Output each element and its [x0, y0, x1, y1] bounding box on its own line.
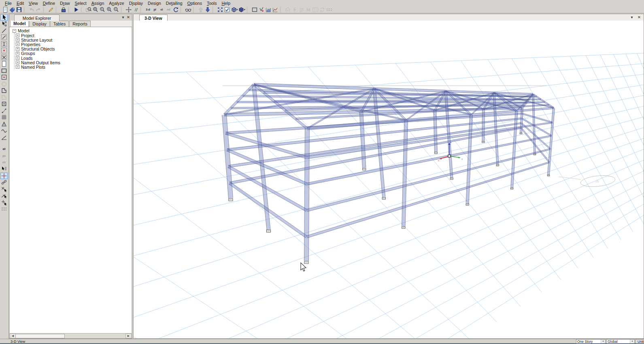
elevation-view-button[interactable]: el — [158, 6, 165, 13]
tree-node-loads[interactable]: +Loads — [16, 56, 33, 61]
model-3d-canvas[interactable]: xyz — [134, 21, 644, 338]
menu-display[interactable]: Display — [127, 0, 145, 6]
show-input-tables-button[interactable] — [265, 6, 272, 13]
tree-node-named-plots[interactable]: +Named Plots — [16, 65, 45, 70]
set-display-options-button[interactable] — [223, 6, 230, 13]
tab-3d-view[interactable]: 3-D View — [139, 15, 168, 21]
zoom-out-button[interactable] — [113, 6, 119, 13]
draw-rectangular-floor-button[interactable] — [0, 68, 8, 74]
view-list-icon[interactable]: ▾ — [629, 15, 635, 19]
collapse-icon[interactable]: − — [13, 29, 16, 33]
explorer-tab-tables[interactable]: Tables — [50, 21, 69, 27]
menu-detailing[interactable]: Detailing — [164, 0, 185, 6]
detailing-views-button[interactable] — [312, 6, 319, 13]
refresh-window-button[interactable] — [47, 6, 54, 13]
open-model-button[interactable] — [9, 6, 15, 13]
tree-node-structure-layout[interactable]: +Structure Layout — [16, 38, 52, 42]
tree-node-properties[interactable]: +Properties — [16, 42, 40, 47]
steel-frame-design-button[interactable] — [284, 6, 291, 13]
units-button[interactable]: Units... — [635, 339, 644, 344]
menu-help[interactable]: Help — [219, 0, 233, 6]
select-by-line-button[interactable] — [0, 166, 8, 172]
restore-full-view-button[interactable] — [92, 6, 99, 13]
shear-wall-design-button[interactable]: M — [305, 6, 312, 13]
expand-icon[interactable]: + — [16, 47, 19, 51]
expand-icon[interactable]: + — [16, 61, 19, 64]
concrete-frame-design-button[interactable] — [291, 6, 298, 13]
undo-button[interactable] — [28, 6, 35, 13]
quick-draw-secondary-beams-button[interactable] — [0, 41, 8, 47]
draw-dimension-line-button[interactable] — [0, 121, 8, 127]
composite-beam-design-button[interactable] — [298, 6, 305, 13]
move-up-in-list-button[interactable] — [197, 6, 204, 13]
menu-design[interactable]: Design — [145, 0, 164, 6]
draw-link-button[interactable] — [0, 108, 8, 114]
previous-zoom-button[interactable] — [99, 6, 106, 13]
menu-edit[interactable]: Edit — [14, 0, 26, 6]
expand-icon[interactable]: + — [16, 34, 19, 37]
move-down-in-list-button[interactable] — [204, 6, 211, 13]
show-analysis-results-button[interactable] — [272, 6, 278, 13]
snap-to-grid-intersections-button[interactable] — [0, 173, 8, 179]
expand-icon[interactable]: + — [16, 38, 19, 42]
draw-curved-frame-button[interactable] — [0, 127, 8, 134]
zoom-in-button[interactable] — [106, 6, 113, 13]
tree-node-named-output-items[interactable]: +Named Output Items — [16, 60, 60, 65]
perspective-toggle-button[interactable] — [185, 6, 191, 13]
snap-to-perpendicular-button[interactable] — [0, 192, 8, 199]
expand-icon[interactable]: + — [16, 52, 19, 55]
explorer-tab-reports[interactable]: Reports — [69, 21, 91, 27]
tree-node-structural-objects[interactable]: +Structural Objects — [16, 46, 55, 51]
object-shrink-toggle-button[interactable] — [217, 6, 223, 13]
menu-assign[interactable]: Assign — [89, 0, 107, 6]
expand-icon[interactable]: + — [16, 42, 19, 46]
menu-select[interactable]: Select — [72, 0, 89, 6]
draw-wall-button[interactable] — [0, 87, 8, 94]
tree-node-model[interactable]: −Model — [13, 28, 30, 33]
snap-to-lines-edges-button[interactable] — [0, 199, 8, 206]
scroll-right-arrow-icon[interactable]: ▶ — [125, 333, 132, 338]
snap-to-intersections-button[interactable] — [0, 186, 8, 192]
show-undeformed-shape-button[interactable] — [251, 6, 258, 13]
explorer-tab-model[interactable]: Model — [10, 20, 29, 27]
menu-define[interactable]: Define — [40, 0, 57, 6]
scrollbar-thumb[interactable] — [15, 334, 65, 338]
rubber-band-zoom-button[interactable] — [85, 6, 92, 13]
menu-options[interactable]: Options — [185, 0, 204, 6]
menu-file[interactable]: File — [2, 0, 14, 6]
quick-draw-floor-button[interactable] — [0, 74, 8, 80]
explorer-tab-display[interactable]: Display — [29, 21, 49, 27]
chevron-down-icon[interactable]: ▾ — [630, 340, 634, 343]
layout-tools-button[interactable] — [325, 6, 332, 13]
select-all-button[interactable]: all — [0, 146, 8, 152]
clear-selection-button[interactable]: clr — [0, 159, 8, 166]
draw-frame-button[interactable] — [0, 27, 8, 34]
named-view-button[interactable]: nd — [165, 6, 172, 13]
quick-draw-x-braces-button[interactable] — [0, 54, 8, 61]
select-pointer-button[interactable] — [0, 14, 8, 21]
draw-circular-opening-button[interactable] — [0, 81, 8, 87]
menu-view[interactable]: View — [26, 0, 40, 6]
show-load-assigns-button[interactable] — [258, 6, 265, 13]
draw-sloped-frame-button[interactable] — [0, 134, 8, 141]
redo-button[interactable] — [35, 6, 42, 13]
rotate-3d-view-button[interactable] — [172, 6, 179, 13]
chevron-down-icon[interactable]: ▾ — [601, 340, 605, 343]
quick-draw-frame-button[interactable] — [0, 34, 8, 40]
lock-model-button[interactable] — [60, 6, 67, 13]
refresh-design-button[interactable] — [319, 6, 325, 13]
quick-draw-braces-button[interactable] — [0, 47, 8, 54]
expand-icon[interactable]: + — [16, 56, 19, 60]
menu-analyze[interactable]: Analyze — [106, 0, 126, 6]
draw-floor-button[interactable] — [0, 61, 8, 67]
dropdown-arrow-icon[interactable]: ▾ — [244, 8, 246, 11]
story-selector[interactable]: One Story▾ — [576, 339, 606, 344]
coordinate-system-selector[interactable]: Global▾ — [606, 339, 635, 344]
run-analysis-button[interactable] — [72, 6, 79, 13]
menu-draw[interactable]: Draw — [57, 0, 72, 6]
panel-close-icon[interactable]: ✕ — [126, 15, 131, 19]
snap-toggle-button[interactable] — [132, 6, 139, 13]
menu-tools[interactable]: Tools — [204, 0, 219, 6]
view-3d-button[interactable]: 3-d — [145, 6, 151, 13]
scroll-left-arrow-icon[interactable]: ◀ — [10, 333, 16, 338]
